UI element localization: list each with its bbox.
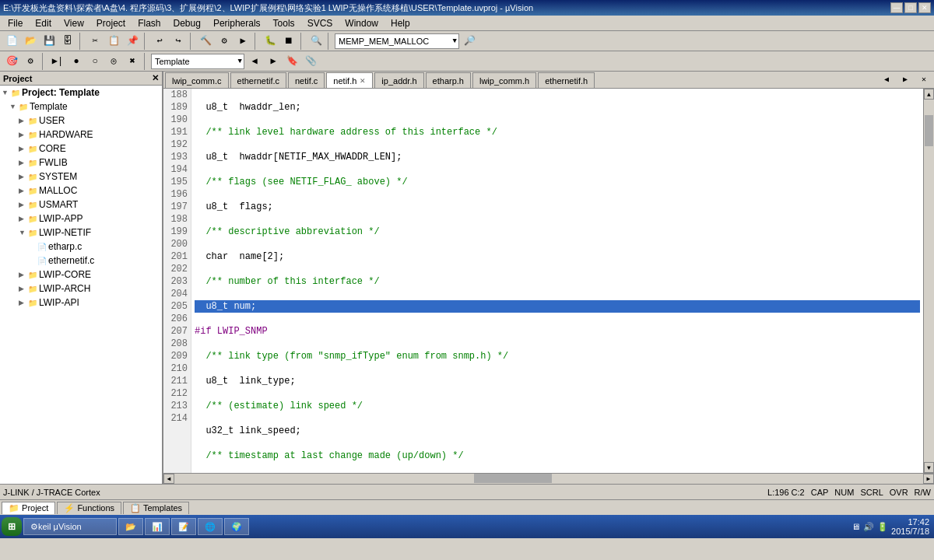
bookmark2-btn[interactable]: 📎 [302, 53, 319, 70]
ie-icon: 🌍 [231, 522, 242, 532]
code-content[interactable]: u8_t hwaddr_len; /** link level hardware… [191, 89, 923, 473]
scroll-thumb[interactable] [925, 115, 933, 146]
prev-btn[interactable]: ◀ [246, 53, 263, 70]
taskbar-word[interactable]: 📝 [171, 518, 196, 535]
tree-user[interactable]: ▶ 📁 USER [0, 114, 162, 128]
stop-button[interactable]: ⏹ [280, 33, 297, 50]
insert-remove-bp-button[interactable]: ● [68, 53, 85, 70]
next-btn[interactable]: ▶ [265, 53, 282, 70]
scroll-up-button[interactable]: ▲ [924, 89, 934, 100]
copy-button[interactable]: 📋 [105, 33, 122, 50]
menu-tools[interactable]: Tools [267, 16, 301, 30]
tab-netif-h[interactable]: netif.h ✕ [326, 72, 373, 88]
tab-scroll-right[interactable]: ▶ [897, 72, 914, 88]
menu-help[interactable]: Help [384, 16, 416, 30]
scroll-right-button[interactable]: ▶ [923, 474, 934, 484]
scroll-track[interactable] [924, 100, 934, 462]
menu-view[interactable]: View [58, 16, 90, 30]
status-num: NUM [834, 488, 854, 497]
new-file-button[interactable]: 📄 [3, 33, 20, 50]
tree-lwip-arch[interactable]: ▶ 📁 LWIP-ARCH [0, 282, 162, 296]
redo-button[interactable]: ↪ [170, 33, 187, 50]
tree-system[interactable]: ▶ 📁 SYSTEM [0, 170, 162, 184]
tree-lwip-core[interactable]: ▶ 📁 LWIP-CORE [0, 268, 162, 282]
taskbar-keil[interactable]: ⚙ keil μVision [23, 518, 117, 535]
h-scroll-track[interactable] [174, 474, 923, 484]
kill-all-bp-button[interactable]: ✖ [124, 53, 141, 70]
tree-template[interactable]: ▼ 📁 Template [0, 100, 162, 114]
minimize-button[interactable]: — [890, 2, 903, 13]
tree-etharp-c[interactable]: 📄 etharp.c [0, 240, 162, 254]
bottom-tab-functions[interactable]: ⚡ Functions [57, 502, 121, 514]
tab-ip-addr-h[interactable]: ip_addr.h [374, 72, 423, 88]
taskbar-ie[interactable]: 🌍 [224, 518, 249, 535]
tab-netif-c[interactable]: netif.c [288, 72, 325, 88]
menu-peripherals[interactable]: Peripherals [207, 16, 267, 30]
run-to-cursor-button[interactable]: ▶| [49, 53, 66, 70]
bottom-tab-project[interactable]: 📁 Project [2, 502, 55, 514]
tray-volume-icon: 🔊 [863, 522, 874, 532]
secondary-toolbar: 🎯 ⚙ ▶| ● ○ ◎ ✖ Template ▼ ◀ ▶ 🔖 📎 [0, 51, 934, 72]
tab-ethernetif-h[interactable]: ethernetif.h [538, 72, 595, 88]
tree-lwip-netif[interactable]: ▼ 📁 LWIP-NETIF [0, 226, 162, 240]
menu-edit[interactable]: Edit [29, 16, 58, 30]
build-button[interactable]: 🔨 [197, 33, 214, 50]
tab-close-netif-h[interactable]: ✕ [360, 77, 366, 85]
save-button[interactable]: 💾 [40, 33, 58, 50]
tab-scroll-left[interactable]: ◀ [878, 72, 895, 88]
template-dropdown[interactable]: Template ▼ [151, 54, 244, 69]
bottom-tab-templates[interactable]: 📋 Templates [123, 502, 189, 514]
undo-button[interactable]: ↩ [151, 33, 168, 50]
enable-disable-bp-button[interactable]: ○ [86, 53, 104, 70]
scroll-down-button[interactable]: ▼ [924, 462, 934, 473]
close-panel-button[interactable]: ✕ [152, 73, 159, 83]
start-button[interactable]: ⊞ [2, 517, 22, 536]
close-button[interactable]: ✕ [918, 2, 931, 13]
taskbar-powerpoint[interactable]: 📊 [145, 518, 170, 535]
cut-button[interactable]: ✂ [86, 33, 104, 50]
tree-core[interactable]: ▶ 📁 CORE [0, 142, 162, 156]
tree-lwip-api[interactable]: ▶ 📁 LWIP-API [0, 296, 162, 310]
load-button[interactable]: ▶ [234, 33, 251, 50]
tab-lwip-comm-h[interactable]: lwip_comm.h [472, 72, 536, 88]
tab-ethernetif-c[interactable]: ethernetif.c [230, 72, 286, 88]
tree-lwip-app[interactable]: ▶ 📁 LWIP-APP [0, 212, 162, 226]
options-button[interactable]: ⚙ [22, 53, 39, 70]
open-file-button[interactable]: 📂 [22, 33, 39, 50]
sep5 [300, 33, 304, 50]
taskbar-chrome[interactable]: 🌐 [198, 518, 223, 535]
h-scroll-thumb[interactable] [474, 474, 552, 483]
rebuild-button[interactable]: ⚙ [216, 33, 233, 50]
menu-project[interactable]: Project [90, 16, 132, 30]
tree-hardware[interactable]: ▶ 📁 HARDWARE [0, 128, 162, 142]
debug-button[interactable]: 🐛 [262, 33, 279, 50]
tree-root[interactable]: ▼ 📁 Project: Template [0, 86, 162, 100]
disable-all-bp-button[interactable]: ◎ [105, 53, 122, 70]
bookmark1-btn[interactable]: 🔖 [283, 53, 300, 70]
search-button[interactable]: 🔍 [307, 33, 325, 50]
tree-usmart[interactable]: ▶ 📁 USMART [0, 198, 162, 212]
tab-close-all[interactable]: ✕ [915, 72, 932, 88]
menu-file[interactable]: File [2, 16, 29, 30]
save-all-button[interactable]: 🗄 [59, 33, 76, 50]
menu-debug[interactable]: Debug [167, 16, 207, 30]
menu-svcs[interactable]: SVCS [301, 16, 339, 30]
menu-flash[interactable]: Flash [132, 16, 167, 30]
paste-button[interactable]: 📌 [124, 33, 141, 50]
register-dropdown[interactable]: MEMP_MEM_MALLOC ▼ [335, 33, 459, 49]
tree-ethernetif-c[interactable]: 📄 ethernetif.c [0, 254, 162, 268]
taskbar-explorer[interactable]: 📂 [118, 518, 143, 535]
tab-etharp-h[interactable]: etharp.h [426, 72, 471, 88]
menu-window[interactable]: Window [339, 16, 384, 30]
taskbar: ⊞ ⚙ keil μVision 📂 📊 📝 🌐 🌍 🖥 🔊 🔋 17:42 2… [0, 515, 934, 538]
code-container[interactable]: 188 189 190 191 192 193 194 195 196 197 … [163, 89, 934, 473]
scroll-left-button[interactable]: ◀ [163, 474, 174, 484]
vertical-scrollbar[interactable]: ▲ ▼ [923, 89, 934, 473]
tree-malloc[interactable]: ▶ 📁 MALLOC [0, 184, 162, 198]
inspect-button[interactable]: 🔎 [461, 33, 478, 50]
target-options-button[interactable]: 🎯 [3, 53, 20, 70]
maximize-button[interactable]: □ [904, 2, 917, 13]
tree-fwlib[interactable]: ▶ 📁 FWLIB [0, 156, 162, 170]
horizontal-scrollbar[interactable]: ◀ ▶ [163, 473, 934, 484]
tab-lwip-comm-c[interactable]: lwip_comm.c [165, 72, 229, 88]
